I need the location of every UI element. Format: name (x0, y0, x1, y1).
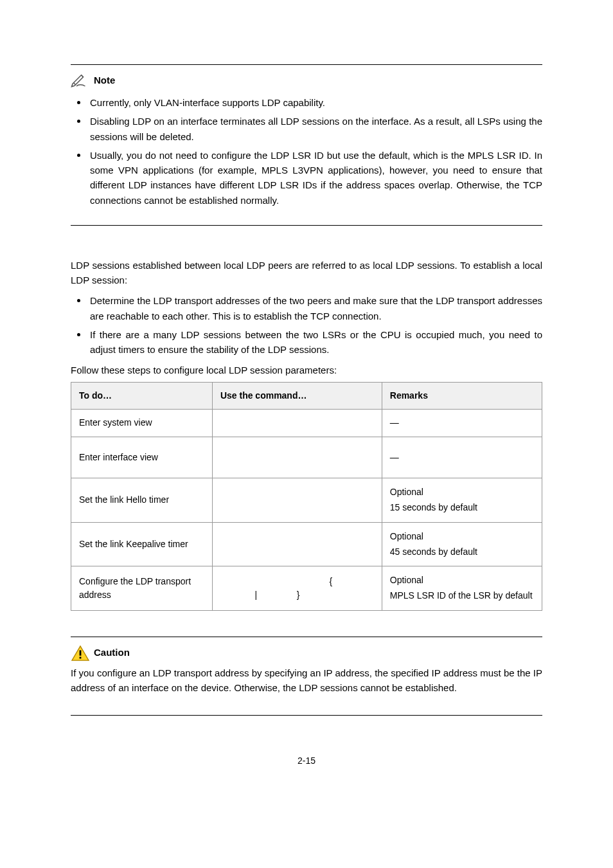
section-bullet-item: Determine the LDP transport addresses of… (71, 291, 542, 325)
table-header-cell: Use the command… (212, 382, 382, 410)
table-cell-todo: Set the link Hello timer (71, 478, 213, 523)
steps-table: To do… Use the command… Remarks Enter sy… (71, 382, 542, 611)
table-cell-todo: Enter interface view (71, 437, 213, 478)
table-cell-todo: Configure the LDP transport address (71, 566, 213, 611)
section-paragraph: LDP sessions established between local L… (71, 258, 542, 288)
note-item: Disabling LDP on an interface terminates… (71, 112, 542, 146)
table-cell-cmd: interface interface-type interface-numbe… (212, 437, 382, 478)
note-list: Currently, only VLAN-interface supports … (71, 93, 542, 210)
table-cell-remarks: Optional 15 seconds by default (382, 478, 542, 523)
page-number: 2-15 (71, 754, 542, 768)
remarks-line: 15 seconds by default (390, 500, 534, 516)
remarks-line: Optional (390, 485, 534, 500)
note-icon (71, 73, 90, 88)
caution-header: Caution (71, 645, 542, 660)
table-cell-todo: Set the link Keepalive timer (71, 522, 213, 566)
section-bullet-item: If there are a many LDP sessions between… (71, 325, 542, 359)
table-cell-todo: Enter system view (71, 410, 213, 437)
note-block: Note Currently, only VLAN-interface supp… (71, 64, 542, 226)
table-row: Enter interface view interface interface… (71, 437, 542, 478)
remarks-line: 45 seconds by default (390, 545, 534, 560)
table-cell-remarks: — (382, 410, 542, 437)
table-row: Set the link Keepalive timer mpls ldp ti… (71, 522, 542, 566)
remarks-line: MPLS LSR ID of the LSR by default (390, 588, 534, 604)
section-bullets: Determine the LDP transport addresses of… (71, 291, 542, 359)
caution-icon (71, 645, 90, 660)
note-header: Note (71, 73, 542, 88)
table-cell-remarks: Optional MPLS LSR ID of the LSR by defau… (382, 566, 542, 611)
caution-label: Caution (94, 645, 130, 660)
table-cell-cmd: mpls ldp timer keepalive-hold value (212, 522, 382, 566)
table-row: Configure the LDP transport address mpls… (71, 566, 542, 611)
table-row: Enter system view system-view — (71, 410, 542, 437)
note-label: Note (94, 73, 115, 87)
table-cell-cmd: mpls ldp transport-address { ip-address … (212, 566, 382, 611)
table-header-cell: Remarks (382, 382, 542, 410)
section-paragraph: Follow these steps to configure local LD… (71, 363, 542, 377)
remarks-line: Optional (390, 573, 534, 588)
table-header-cell: To do… (71, 382, 213, 410)
svg-rect-3 (80, 657, 82, 659)
table-row: Set the link Hello timer mpls ldp timer … (71, 478, 542, 523)
svg-rect-2 (80, 650, 82, 655)
table-cell-cmd: system-view (212, 410, 382, 437)
caution-block: Caution If you configure an LDP transpor… (71, 637, 542, 716)
table-header-row: To do… Use the command… Remarks (71, 382, 542, 410)
note-item: Usually, you do not need to configure th… (71, 146, 542, 210)
table-cell-remarks: Optional 45 seconds by default (382, 522, 542, 566)
remarks-line: Optional (390, 529, 534, 545)
caution-text: If you configure an LDP transport addres… (71, 665, 542, 696)
table-cell-cmd: mpls ldp timer hello-hold value (212, 478, 382, 523)
note-item: Currently, only VLAN-interface supports … (71, 93, 542, 112)
table-cell-remarks: — (382, 437, 542, 478)
svg-line-0 (82, 75, 84, 77)
